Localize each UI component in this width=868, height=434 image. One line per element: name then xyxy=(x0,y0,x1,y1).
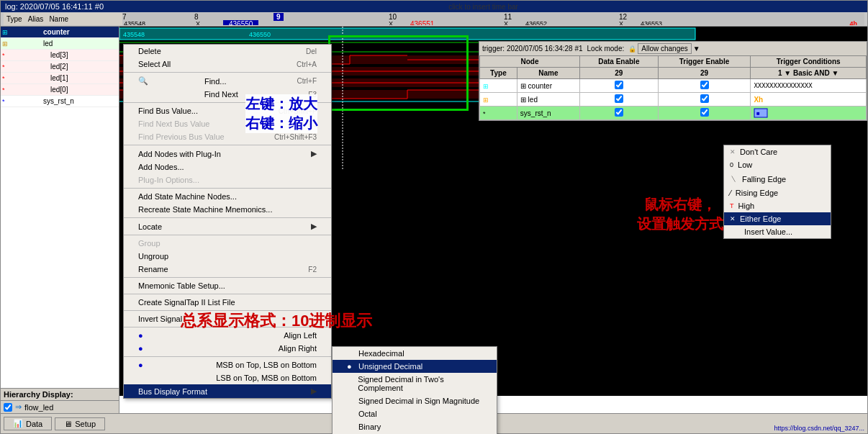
td-cond-sysrst[interactable]: ■ xyxy=(751,107,867,120)
td-cond-led[interactable]: Xh xyxy=(751,93,867,107)
svg-text:436550: 436550 xyxy=(249,31,271,38)
submenu-signed-magnitude[interactable]: Signed Decimal in Sign Magnitude xyxy=(333,394,497,407)
signal-row-led3[interactable]: * led[3] xyxy=(1,50,119,61)
menu-group-label: Group xyxy=(138,239,161,248)
hierarchy-panel: Hierarchy Display: ⇒ flow_led xyxy=(1,388,119,396)
signal-row-counter[interactable]: ⊞ counter xyxy=(1,27,119,38)
sep8 xyxy=(124,294,331,294)
sep5 xyxy=(124,217,331,218)
submenu-octal[interactable]: Octal xyxy=(333,407,497,420)
signal-row-led[interactable]: ⊞ led xyxy=(1,38,119,50)
menu-delete[interactable]: Delete Del xyxy=(124,45,331,58)
trigger-dont-care[interactable]: ✕ Don't Care xyxy=(724,145,831,158)
trigger-row-counter[interactable]: ⊞ ⊞ counter XXXXXXXXXXXXXXX xyxy=(480,79,867,93)
td-data-counter[interactable] xyxy=(580,79,659,93)
menu-recreate-state-machine[interactable]: Recreate State Machine Mnemonics... xyxy=(124,203,331,216)
annotation-left-line2: 右键：缩小 xyxy=(245,114,317,133)
td-trigger-sysrst[interactable] xyxy=(658,107,751,120)
either-edge-icon: ✕ xyxy=(730,215,736,222)
bus-display-submenu: Hexadecimal ● Unsigned Decimal Signed De… xyxy=(332,346,497,434)
menu-msb-top[interactable]: ● MSB on Top, LSB on Bottom xyxy=(124,358,331,371)
menu-find-next-bus-label: Find Next Bus Value xyxy=(138,119,209,128)
type-icon-counter: ⊞ xyxy=(2,29,18,36)
menu-ungroup[interactable]: Ungroup xyxy=(124,250,331,263)
trigger-either-edge[interactable]: ✕ Either Edge xyxy=(724,212,831,225)
menu-find-next-label: Find Next xyxy=(204,90,238,99)
trigger-high[interactable]: T High xyxy=(724,199,831,212)
trigger-low[interactable]: 0 Low xyxy=(724,158,831,171)
annotation-right: 鼠标右键， 设置触发方式 xyxy=(637,195,723,234)
menu-rename-shortcut: F2 xyxy=(308,266,317,273)
submenu-binary[interactable]: Binary xyxy=(333,420,497,433)
trigger-submenu: ✕ Don't Care 0 Low ﹨ Falling Edge ∕ Risi… xyxy=(723,145,831,239)
setup-tab-icon: 🖥 xyxy=(64,420,72,428)
lock-mode-label: Lock mode: xyxy=(587,45,625,53)
menu-align-right-label: Align Right xyxy=(279,344,317,353)
lock-mode-button[interactable]: Allow changes xyxy=(638,43,691,54)
menu-locate-arrow: ▶ xyxy=(311,222,317,231)
menu-select-all-label: Select All xyxy=(138,60,171,68)
menu-create-list-file[interactable]: Create SignalTap II List File xyxy=(124,296,331,309)
trigger-insert-value[interactable]: Insert Value... xyxy=(724,225,831,238)
menu-plugin-options: Plug-In Options... xyxy=(124,173,331,186)
menu-rename[interactable]: Rename F2 xyxy=(124,263,331,276)
insert-bar-text[interactable]: click to insert time bar xyxy=(104,3,863,11)
th-node: Node xyxy=(480,56,580,68)
signal-row-led2[interactable]: * led[2] xyxy=(1,61,119,73)
trigger-text: trigger: 2020/07/05 16:34:28 #1 xyxy=(482,45,583,53)
trigger-row-sysrst[interactable]: * sys_rst_n ■ xyxy=(480,107,867,120)
sep6 xyxy=(124,235,331,235)
type-icon-led2: * xyxy=(2,63,18,71)
menu-select-all[interactable]: Select All Ctrl+A xyxy=(124,58,331,71)
name-counter: counter xyxy=(43,28,117,36)
unsigned-bullet: ● xyxy=(347,362,354,371)
hierarchy-title: Hierarchy Display: xyxy=(1,389,119,396)
trigger-rising-edge[interactable]: ∕ Rising Edge xyxy=(724,186,831,199)
menu-mnemonic-label: Mnemonic Table Setup... xyxy=(138,281,225,290)
rising-edge-label: Rising Edge xyxy=(736,189,778,197)
data-tab[interactable]: 📊 Data xyxy=(4,417,52,430)
td-data-sysrst[interactable] xyxy=(580,107,659,120)
menu-add-nodes[interactable]: Add Nodes... xyxy=(124,161,331,173)
signal-row-sys-rst-n[interactable]: * sys_rst_n xyxy=(1,96,119,107)
menu-find-prev-bus-shortcut: Ctrl+Shift+F3 xyxy=(274,133,317,141)
td-name-counter: ⊞ counter xyxy=(517,79,579,93)
submenu-hexadecimal[interactable]: Hexadecimal xyxy=(333,347,497,360)
menu-locate[interactable]: Locate ▶ xyxy=(124,220,331,233)
menu-add-nodes-plugin[interactable]: Add Nodes with Plug-In ▶ xyxy=(124,147,331,161)
signal-row-led1[interactable]: * led[1] xyxy=(1,73,119,84)
submenu-signed-magnitude-label: Signed Decimal in Sign Magnitude xyxy=(358,397,479,405)
menu-add-state-machine[interactable]: Add State Machine Nodes... xyxy=(124,190,331,203)
time-bar: Type Alias Name 7 8 9 10 11 12 435548 X … xyxy=(1,12,867,27)
th-data-enable: Data Enable xyxy=(580,56,659,68)
submenu-signed-twos[interactable]: Signed Decimal in Two's Complement xyxy=(333,373,497,394)
lock-mode-dropdown-icon[interactable]: ▼ xyxy=(693,45,700,53)
menu-plugin-options-label: Plug-In Options... xyxy=(138,176,199,184)
td-cond-counter[interactable]: XXXXXXXXXXXXXXX xyxy=(751,79,867,93)
menu-align-right[interactable]: ● Align Right xyxy=(124,342,331,355)
sep4 xyxy=(124,188,331,189)
trigger-table: Node Data Enable Trigger Enable Trigger … xyxy=(479,55,867,120)
menu-bus-display-arrow: ▶ xyxy=(311,386,317,396)
title-bar: log: 2020/07/05 16:41:11 #0 click to ins… xyxy=(1,1,867,12)
menu-bus-display-format[interactable]: Bus Display Format ▶ xyxy=(124,384,331,398)
td-trigger-led[interactable] xyxy=(658,93,751,107)
menu-mnemonic-setup[interactable]: Mnemonic Table Setup... xyxy=(124,279,331,292)
signal-row-led0[interactable]: * led[0] xyxy=(1,84,119,96)
menu-align-left-label: Align Left xyxy=(284,331,317,340)
falling-edge-label: Falling Edge xyxy=(742,175,786,184)
submenu-unsigned-decimal[interactable]: ● Unsigned Decimal xyxy=(333,360,497,373)
setup-tab-label: Setup xyxy=(75,420,96,428)
menu-find-icon: 🔍 xyxy=(138,76,148,86)
annotation-right-line1: 鼠标右键， xyxy=(637,195,723,214)
menu-delete-shortcut: Del xyxy=(306,48,317,55)
trigger-falling-edge[interactable]: ﹨ Falling Edge xyxy=(724,171,831,186)
setup-tab[interactable]: 🖥 Setup xyxy=(55,417,105,430)
menu-rename-label: Rename xyxy=(138,265,168,273)
menu-find[interactable]: 🔍 Find... Ctrl+F xyxy=(124,74,331,88)
trigger-row-led[interactable]: ⊞ ⊞ led Xh xyxy=(480,93,867,107)
td-data-led[interactable] xyxy=(580,93,659,107)
menu-lsb-top[interactable]: LSB on Top, MSB on Bottom xyxy=(124,371,331,384)
td-trigger-counter[interactable] xyxy=(658,79,751,93)
lock-mode-control[interactable]: 🔒 Allow changes ▼ xyxy=(628,43,700,54)
